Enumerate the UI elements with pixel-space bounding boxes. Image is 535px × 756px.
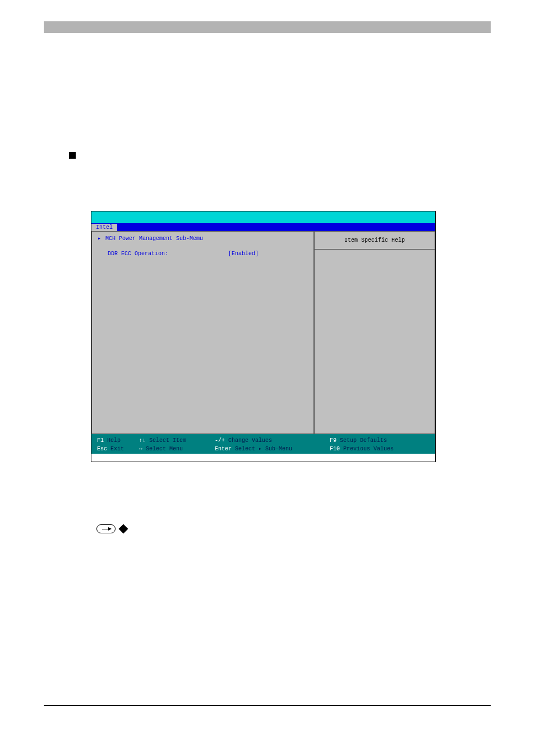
bios-body: ▸ MCH Power Management Sub-Memu DDR ECC … (91, 231, 435, 434)
label-select-item: Select Item (149, 436, 186, 445)
diamond-bullet-icon (119, 524, 128, 534)
bios-main-panel: ▸ MCH Power Management Sub-Memu DDR ECC … (91, 231, 314, 434)
page-footer-rule (44, 705, 491, 706)
option-label: DDR ECC Operation: (108, 250, 228, 258)
option-row[interactable]: DDR ECC Operation: [Enabled] (98, 250, 308, 258)
bios-title-bar (91, 211, 435, 223)
key-esc[interactable]: Esc (97, 445, 107, 453)
label-setup-defaults: Setup Defaults (340, 436, 387, 445)
page-header-gray-bar (44, 21, 491, 33)
submenu-row[interactable]: ▸ MCH Power Management Sub-Memu (98, 235, 308, 243)
bios-help-header: Item Specific Help (315, 232, 435, 250)
label-change-values: Change Values (228, 436, 272, 445)
submenu-label: MCH Power Management Sub-Memu (105, 235, 203, 243)
key-f1[interactable]: F1 (97, 436, 104, 445)
arrow-head-icon (108, 527, 112, 531)
option-value[interactable]: [Enabled] (228, 250, 259, 258)
bios-menu-bar[interactable]: Intel (91, 223, 435, 231)
label-previous-values: Previous Values (343, 445, 394, 453)
bullet-square-icon (69, 152, 76, 159)
bios-footer-row-1: F1 Help ↑↓ Select Item -/+ Change Values… (97, 436, 430, 445)
arrow-line (102, 529, 110, 529)
bios-help-body (315, 250, 435, 434)
key-updown[interactable]: ↑↓ (139, 436, 146, 445)
arrow-right-pill-icon (96, 524, 116, 533)
bios-help-panel: Item Specific Help (314, 231, 435, 434)
tab-intel[interactable]: Intel (91, 224, 117, 231)
label-help: Help (107, 436, 121, 445)
key-minusplus[interactable]: -/+ (215, 436, 225, 445)
key-enter[interactable]: Enter (215, 445, 232, 453)
key-f9[interactable]: F9 (330, 436, 336, 445)
bios-footer: F1 Help ↑↓ Select Item -/+ Change Values… (91, 434, 435, 454)
key-leftright[interactable]: ↔ (139, 445, 142, 453)
triangle-right-icon: ▸ (98, 235, 101, 243)
bios-footer-row-2: Esc Exit ↔ Select Menu Enter Select ▸ Su… (97, 445, 430, 453)
bios-screen: Intel ▸ MCH Power Management Sub-Memu DD… (91, 211, 436, 462)
label-select-submenu: Select ▸ Sub-Menu (235, 445, 292, 453)
label-select-menu: Select Menu (146, 445, 183, 453)
label-exit: Exit (110, 445, 124, 453)
key-f10[interactable]: F10 (330, 445, 340, 453)
